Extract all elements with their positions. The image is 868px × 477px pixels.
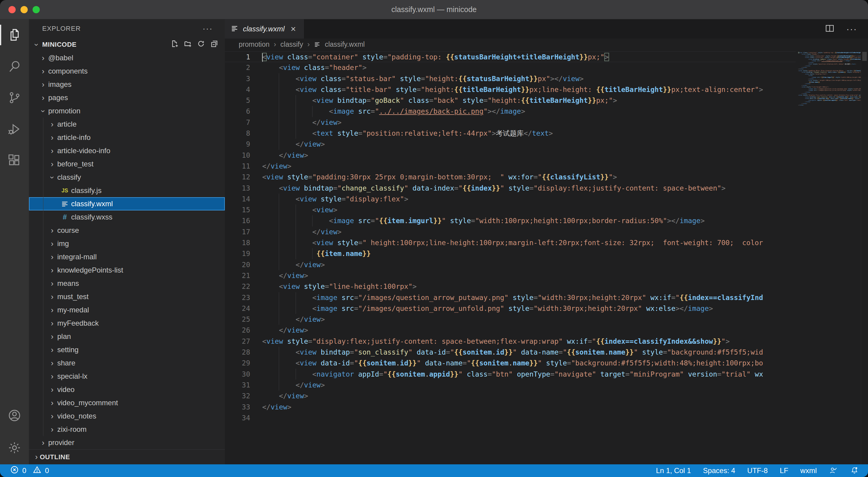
tree-item-before-test[interactable]: ›before_test: [29, 157, 225, 171]
code-line-6: 6 <image src="../../images/back-pic.png"…: [225, 106, 796, 117]
warnings-icon[interactable]: [33, 466, 41, 476]
code-line-24: 24 <image src="/images/question_arrow_un…: [225, 303, 796, 314]
indent-guide: [279, 215, 279, 226]
line-number: 22: [225, 281, 250, 292]
tree-item-classify.wxss[interactable]: #classify.wxss: [29, 210, 225, 224]
tree-item-provider[interactable]: ›provider: [29, 436, 225, 449]
code-editor[interactable]: 1<view class="container" style="padding-…: [225, 50, 796, 464]
feedback-icon[interactable]: [829, 466, 838, 475]
chevron-right-icon: ›: [49, 425, 56, 434]
tree-item-plan[interactable]: ›plan: [29, 330, 225, 343]
explorer-more-actions-icon[interactable]: ···: [203, 24, 213, 33]
tree-item-label: classify.wxss: [71, 213, 113, 221]
tree-item-images[interactable]: ›images: [29, 78, 225, 91]
tab-classify-wxml[interactable]: classify.wxml ×: [225, 19, 304, 38]
tree-item-article-info[interactable]: ›article-info: [29, 131, 225, 144]
indent-guide: [296, 369, 296, 380]
line-number: 17: [225, 227, 250, 237]
new-folder-icon[interactable]: [184, 40, 192, 50]
tree-indent-guide: [43, 356, 43, 370]
close-tab-icon[interactable]: ×: [290, 24, 296, 34]
line-number: 4: [225, 84, 250, 95]
tree-indent-guide: [43, 131, 43, 144]
tree-item-means[interactable]: ›means: [29, 277, 225, 290]
tree-item-@babel[interactable]: ›@babel: [29, 51, 225, 64]
outline-section-header[interactable]: › OUTLINE: [29, 449, 225, 464]
tree-indent-guide: [43, 303, 43, 317]
tree-item-img[interactable]: ›img: [29, 237, 225, 250]
breadcrumb-item-classify[interactable]: classify: [280, 40, 303, 49]
indentation-setting[interactable]: Spaces: 4: [703, 467, 735, 475]
code-line-12: 12<view style="padding:30rpx 25rpx 0;mar…: [225, 172, 796, 182]
line-number: 10: [225, 150, 250, 161]
tree-item-video[interactable]: ›video: [29, 383, 225, 396]
tree-item-course[interactable]: ›course: [29, 224, 225, 237]
line-number: 27: [225, 336, 250, 347]
account-icon[interactable]: [0, 400, 29, 431]
run-debug-icon[interactable]: [0, 113, 29, 145]
chevron-right-icon: ›: [33, 452, 40, 461]
language-mode[interactable]: wxml: [800, 467, 817, 475]
workspace-section-header[interactable]: › MINICODE: [29, 38, 225, 51]
tree-item-zixi-room[interactable]: ›zixi-room: [29, 423, 225, 436]
refresh-icon[interactable]: [197, 40, 205, 50]
code-line-23: 23 <image src="/images/question_arrow_pu…: [225, 292, 796, 303]
vscode-window: classify.wxml — minicode: [0, 0, 868, 477]
warnings-count[interactable]: 0: [45, 467, 49, 475]
tree-item-share[interactable]: ›share: [29, 356, 225, 370]
tree-item-article[interactable]: ›article: [29, 118, 225, 131]
file-tree: ›@babel›components›images›pages›promotio…: [29, 51, 225, 449]
line-number: 26: [225, 325, 250, 336]
tree-item-special-lx[interactable]: ›special-lx: [29, 370, 225, 383]
split-editor-icon[interactable]: [825, 23, 835, 35]
tree-item-video-mycomment[interactable]: ›video_mycomment: [29, 396, 225, 410]
source-control-icon[interactable]: [0, 82, 29, 113]
tree-indent-guide: [43, 157, 43, 171]
tree-item-article-video-info[interactable]: ›article-video-info: [29, 144, 225, 157]
scrollbar-thumb[interactable]: [862, 52, 867, 61]
errors-icon[interactable]: [10, 466, 19, 476]
tree-item-my-medal[interactable]: ›my-medal: [29, 303, 225, 317]
tree-item-classify.js[interactable]: JSclassify.js: [29, 184, 225, 197]
tree-item-label: knowledgePoints-list: [57, 266, 123, 274]
tree-item-integral-mall[interactable]: ›integral-mall: [29, 250, 225, 264]
indent-guide: [296, 303, 296, 314]
tree-indent-guide: [43, 317, 43, 330]
tree-item-components[interactable]: ›components: [29, 64, 225, 78]
indent-guide: [279, 84, 279, 95]
line-number: 33: [225, 401, 250, 413]
notifications-bell-icon[interactable]: [850, 466, 859, 475]
errors-count[interactable]: 0: [22, 467, 26, 475]
tree-item-classify[interactable]: ›classify: [29, 171, 225, 184]
tree-item-myfeedback[interactable]: ›myFeedback: [29, 317, 225, 330]
code-line-27: 27<view style="display:flex;justify-cont…: [225, 336, 796, 347]
code-line-14: 14 <view style="display:flex">: [225, 193, 796, 204]
explorer-icon[interactable]: [0, 19, 29, 51]
breadcrumb-item-promotion[interactable]: promotion: [239, 40, 270, 49]
tree-item-video-notes[interactable]: ›video_notes: [29, 410, 225, 423]
breadcrumb-separator: ›: [307, 40, 310, 49]
search-icon[interactable]: [0, 51, 29, 82]
new-file-icon[interactable]: [170, 40, 179, 50]
tree-item-must-test[interactable]: ›must_test: [29, 290, 225, 303]
encoding-setting[interactable]: UTF-8: [747, 467, 768, 475]
tree-item-setting[interactable]: ›setting: [29, 343, 225, 356]
tree-item-classify.wxml[interactable]: classify.wxml: [29, 197, 225, 210]
code-line-26: 26 </view>: [225, 325, 796, 336]
tree-item-promotion[interactable]: ›promotion: [29, 104, 225, 118]
tree-indent-guide: [43, 423, 43, 436]
tree-indent-guide: [43, 224, 43, 237]
indent-guide: [296, 237, 296, 248]
cursor-position[interactable]: Ln 1, Col 1: [656, 467, 691, 475]
eol-setting[interactable]: LF: [780, 467, 788, 475]
collapse-all-icon[interactable]: [210, 40, 218, 50]
tree-item-knowledgepoints-list[interactable]: ›knowledgePoints-list: [29, 264, 225, 277]
code-line-16: 16 <image src="{{item.imgurl}}" style="w…: [225, 215, 796, 226]
editor-more-actions-icon[interactable]: ···: [846, 24, 857, 34]
scrollbar-track[interactable]: [861, 50, 868, 464]
extensions-icon[interactable]: [0, 145, 29, 176]
tree-item-pages[interactable]: ›pages: [29, 91, 225, 104]
breadcrumb-item-file[interactable]: classify.wxml: [325, 40, 365, 49]
minimap[interactable]: <view class="container" style="padding-t…: [796, 50, 861, 464]
settings-gear-icon[interactable]: [0, 431, 29, 464]
